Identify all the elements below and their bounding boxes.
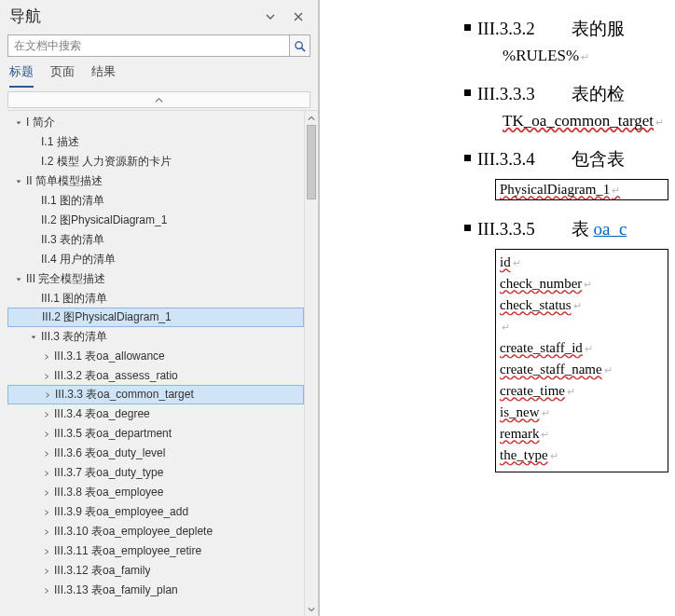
chevron-right-icon[interactable] <box>41 568 52 575</box>
column-field: create_staff_name <box>500 359 664 380</box>
outline-item[interactable]: I 简介 <box>7 113 304 132</box>
heading-3-3-3[interactable]: III.3.3.3 表的检 <box>464 82 675 106</box>
outline-item[interactable]: II.3 表的清单 <box>7 230 304 250</box>
search-button[interactable] <box>289 35 310 56</box>
outline-item-label: III.2 图PhysicalDiagram_1 <box>42 309 172 325</box>
chevron-right-icon[interactable] <box>41 489 52 497</box>
s333-body[interactable]: TK_oa_common_target <box>503 112 675 130</box>
svg-point-0 <box>296 41 302 48</box>
search-input[interactable] <box>7 34 310 57</box>
heading-3-3-2[interactable]: III.3.3.2 表的服 <box>464 17 675 41</box>
s335-table[interactable]: idcheck_numbercheck_statuscreate_staff_i… <box>495 249 668 472</box>
scroll-thumb[interactable] <box>307 125 316 199</box>
chevron-right-icon[interactable] <box>41 470 52 477</box>
outline-item-label: III 完全模型描述 <box>26 271 105 287</box>
chevron-right-icon[interactable] <box>41 509 52 516</box>
heading-number: III.3.3.5 <box>477 219 567 240</box>
outline-item-label: III.3.12 表oa_family <box>54 563 150 579</box>
outline-scrollbar[interactable] <box>304 111 318 616</box>
outline-item[interactable]: III.3 表的清单 <box>7 327 304 347</box>
scroll-down-icon[interactable] <box>305 602 318 616</box>
outline-item[interactable]: II.1 图的清单 <box>7 191 304 211</box>
outline-item-label: III.3.1 表oa_allowance <box>54 349 165 364</box>
outline-item[interactable]: I.2 模型 人力资源新的卡片 <box>7 152 304 171</box>
chevron-right-icon[interactable] <box>42 391 53 399</box>
heading-number: III.3.3.3 <box>477 84 567 104</box>
outline-item[interactable]: III.3.9 表oa_employee_add <box>7 502 304 522</box>
outline-item[interactable]: III.3.7 表oa_duty_type <box>7 463 304 483</box>
outline-item[interactable]: III.3.4 表oa_degree <box>7 404 304 424</box>
close-icon[interactable] <box>288 7 309 27</box>
chevron-right-icon[interactable] <box>41 373 52 380</box>
collapse-all-button[interactable] <box>7 91 310 108</box>
chevron-right-icon[interactable] <box>41 548 52 555</box>
outline-item-label: III.3.8 表oa_employee <box>54 485 163 500</box>
outline-item[interactable]: II.4 用户的清单 <box>7 250 304 269</box>
chevron-right-icon[interactable] <box>41 587 52 595</box>
chevron-down-icon[interactable] <box>13 119 24 127</box>
outline-item[interactable]: III.3.11 表oa_employee_retire <box>7 541 304 561</box>
outline-item[interactable]: II 简单模型描述 <box>7 171 304 191</box>
outline-item-label: III.3.6 表oa_duty_level <box>54 445 165 461</box>
outline-item[interactable]: II.2 图PhysicalDiagram_1 <box>7 211 304 230</box>
outline-item[interactable]: III.3.8 表oa_employee <box>7 483 304 502</box>
outline-item[interactable]: III.3.13 表oa_family_plan <box>7 581 304 600</box>
outline-item-label: II 简单模型描述 <box>26 173 103 189</box>
outline-item[interactable]: III.1 图的清单 <box>7 289 304 308</box>
outline-item[interactable]: III.3.1 表oa_allowance <box>7 347 304 366</box>
outline-item-label: II.3 表的清单 <box>41 232 104 248</box>
s332-body[interactable]: %RULES% <box>503 47 675 65</box>
heading-number: III.3.3.2 <box>477 19 567 39</box>
heading-text: 表的检 <box>572 84 625 103</box>
column-field: create_staff_id <box>500 337 664 359</box>
dropdown-caret-icon[interactable] <box>260 7 281 27</box>
outline-item-label: III.3.10 表oa_employee_deplete <box>54 524 213 540</box>
s334-cell: PhysicalDiagram_1 <box>500 182 620 197</box>
outline-item-label: I.1 描述 <box>41 134 79 150</box>
tab-pages[interactable]: 页面 <box>50 64 75 88</box>
outline-tree: I 简介I.1 描述I.2 模型 人力资源新的卡片II 简单模型描述II.1 图… <box>7 111 304 602</box>
chevron-right-icon[interactable] <box>41 450 52 458</box>
heading-text: 包含表 <box>572 149 625 169</box>
outline-item-label: II.2 图PhysicalDiagram_1 <box>41 212 167 228</box>
chevron-down-icon[interactable] <box>13 276 24 283</box>
outline-item-label: III.3.9 表oa_employee_add <box>54 504 188 520</box>
outline-item-label: III.3 表的清单 <box>41 329 107 345</box>
heading-text: 表的服 <box>572 19 625 38</box>
column-field: check_number <box>500 273 664 294</box>
outline-item-label: III.3.13 表oa_family_plan <box>54 582 178 598</box>
chevron-down-icon[interactable] <box>28 334 39 341</box>
chevron-right-icon[interactable] <box>41 353 52 361</box>
heading-3-3-4[interactable]: III.3.3.4 包含表 <box>464 147 675 171</box>
outline-item[interactable]: I.1 描述 <box>7 132 304 152</box>
outline-item[interactable]: III.3.3 表oa_common_target <box>7 385 304 404</box>
navigation-pane: 导航 标题 页面 结果 I 简介I.1 描述I.2 模型 人力资源新的卡片II … <box>0 0 319 616</box>
document-pane: ↵ III.3.3.2 表的服 %RULES% III.3.3.3 表的检 TK… <box>319 0 675 616</box>
heading-3-3-5[interactable]: III.3.3.5 表 oa_c <box>464 217 675 241</box>
outline-item[interactable]: III.3.12 表oa_family <box>7 561 304 581</box>
outline-item[interactable]: III.3.5 表oa_department <box>7 424 304 444</box>
outline-item[interactable]: III.2 图PhysicalDiagram_1 <box>7 308 304 327</box>
outline-item[interactable]: III.3.6 表oa_duty_level <box>7 444 304 463</box>
outline-item-label: I 简介 <box>26 115 55 130</box>
chevron-right-icon[interactable] <box>41 411 52 418</box>
outline-item[interactable]: III 完全模型描述 <box>7 269 304 289</box>
outline-item[interactable]: III.3.2 表oa_assess_ratio <box>7 366 304 386</box>
tab-headings[interactable]: 标题 <box>9 64 34 88</box>
chevron-right-icon[interactable] <box>41 528 52 536</box>
column-field: create_time <box>500 380 664 402</box>
tab-results[interactable]: 结果 <box>91 64 116 88</box>
outline-item-label: II.1 图的清单 <box>41 193 104 209</box>
outline-item-label: III.3.11 表oa_employee_retire <box>54 543 201 559</box>
chevron-right-icon[interactable] <box>41 431 52 438</box>
s334-table[interactable]: PhysicalDiagram_1 <box>495 179 668 200</box>
column-field: remark <box>500 423 664 445</box>
chevron-down-icon[interactable] <box>13 178 24 185</box>
scroll-up-icon[interactable] <box>305 111 318 125</box>
column-field <box>500 316 664 337</box>
outline-item-label: II.4 用户的清单 <box>41 252 116 267</box>
nav-title: 导航 <box>9 6 253 27</box>
column-field: check_status <box>500 294 664 316</box>
outline-item-label: III.3.5 表oa_department <box>54 426 172 442</box>
outline-item[interactable]: III.3.10 表oa_employee_deplete <box>7 522 304 541</box>
